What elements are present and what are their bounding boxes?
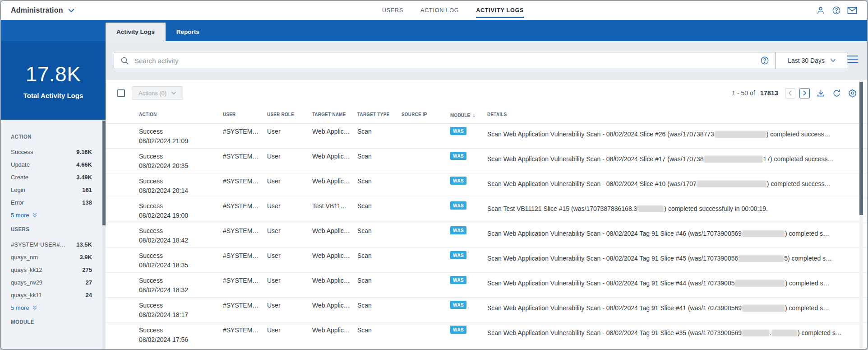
details-text: Scan Web Application Vulnerability Scan … xyxy=(487,180,697,187)
column-header-user-role[interactable]: USER ROLE xyxy=(267,112,294,117)
refresh-icon[interactable] xyxy=(832,89,841,98)
settings-gear-icon[interactable] xyxy=(848,89,857,98)
details-text: Scan Web Application Vulnerability Scan … xyxy=(487,280,734,287)
cell-target-type: Scan xyxy=(357,202,372,210)
cell-user: #SYSTEM… xyxy=(223,177,259,185)
top-nav-item-users[interactable]: USERS xyxy=(382,1,403,20)
details-text: 5) completed s… xyxy=(784,255,832,262)
column-header-label: USER ROLE xyxy=(267,112,294,117)
cell-user: #SYSTEM… xyxy=(223,327,259,334)
app-module-picker[interactable]: Administration xyxy=(11,6,75,14)
column-header-source-ip[interactable]: SOURCE IP xyxy=(402,112,427,117)
top-nav-item-activity-logs[interactable]: ACTIVITY LOGS xyxy=(476,1,524,20)
action-status: Success xyxy=(139,327,163,334)
tab-activity-logs[interactable]: Activity Logs xyxy=(106,23,166,41)
facet-item[interactable]: quays_kk1124 xyxy=(11,289,92,301)
action-status: Success xyxy=(139,153,163,160)
table-row[interactable]: Success08/02/2024 20:35#SYSTEM…UserWeb A… xyxy=(106,148,867,173)
facet-item[interactable]: Error138 xyxy=(11,196,92,209)
action-timestamp: 08/02/2024 18:17 xyxy=(139,311,188,318)
actions-button[interactable]: Actions (0) xyxy=(132,86,183,100)
cell-target-name: Web Applic… xyxy=(312,128,354,135)
table-row[interactable]: Success08/02/2024 18:35#SYSTEM…UserWeb A… xyxy=(106,247,867,272)
cell-module: WAS xyxy=(450,301,466,309)
facet-item-count: 3.9K xyxy=(80,254,92,261)
column-header-module[interactable]: MODULE↓ xyxy=(450,112,475,118)
cell-details: Scan Web Application Vulnerability Scan … xyxy=(487,304,855,312)
cell-module: WAS xyxy=(450,251,466,259)
cell-action: Success08/02/2024 20:14 xyxy=(139,177,188,194)
user-icon[interactable] xyxy=(816,5,826,15)
tab-reports[interactable]: Reports xyxy=(166,23,210,41)
facet-section-module: MODULE xyxy=(11,318,92,325)
facet-section-title: ACTION xyxy=(11,133,82,140)
table-row[interactable]: Success08/02/2024 18:17#SYSTEM…UserWeb A… xyxy=(106,297,867,322)
table-row[interactable]: Success08/02/2024 20:14#SYSTEM…UserWeb A… xyxy=(106,173,867,198)
column-header-target-type[interactable]: TARGET TYPE xyxy=(357,112,389,117)
table-scrollbar[interactable] xyxy=(859,80,863,348)
facet-item-count: 161 xyxy=(82,187,92,193)
facet-item[interactable]: Success9.16K xyxy=(11,145,92,158)
cell-module: WAS xyxy=(450,152,466,160)
action-timestamp: 08/02/2024 20:35 xyxy=(139,162,188,169)
column-header-target-name[interactable]: TARGET NAME xyxy=(312,112,346,117)
facet-more-link[interactable]: 5 more xyxy=(11,304,92,311)
search-input[interactable] xyxy=(134,57,760,65)
cell-module: WAS xyxy=(450,201,466,210)
table-scrollbar-thumb[interactable] xyxy=(859,82,863,215)
facet-item[interactable]: Login161 xyxy=(11,183,92,196)
details-text: . xyxy=(770,329,771,336)
facet-more-link[interactable]: 5 more xyxy=(11,212,92,219)
sidebar-scrollbar-thumb[interactable] xyxy=(102,121,106,225)
column-header-details[interactable]: DETAILS xyxy=(487,112,507,117)
pagination-range: 1 - 50 of xyxy=(732,89,755,97)
action-status: Success xyxy=(139,202,163,210)
column-header-action[interactable]: ACTION xyxy=(139,112,157,117)
table-row[interactable]: Success08/02/2024 19:00#SYSTEM…UserTest … xyxy=(106,198,867,223)
facet-item-label: Error xyxy=(11,199,24,206)
facet-item[interactable]: #SYSTEM-USER#…13.5K xyxy=(11,238,92,251)
top-nav-item-action-log[interactable]: ACTION LOG xyxy=(420,1,459,20)
help-icon[interactable] xyxy=(831,5,841,15)
cell-user-role: User xyxy=(267,128,281,135)
download-icon[interactable] xyxy=(816,89,826,98)
total-stat-panel: 17.8K Total Activity Logs xyxy=(1,41,106,120)
select-all-checkbox[interactable] xyxy=(117,89,125,97)
cell-target-type: Scan xyxy=(357,277,372,284)
facet-item[interactable]: quays_rw2927 xyxy=(11,276,92,289)
cell-module: WAS xyxy=(450,127,466,135)
search-help-icon[interactable] xyxy=(760,56,769,65)
details-text: Scan Test VB11121 Slice #15 (was/1707387… xyxy=(487,205,637,212)
table-row[interactable]: Success08/02/2024 21:09#SYSTEM…UserWeb A… xyxy=(106,123,867,148)
cell-details: Scan Web Application Vulnerability Scan … xyxy=(487,131,855,138)
sidebar-scrollbar[interactable] xyxy=(102,120,106,349)
facet-item[interactable]: Create3.49K xyxy=(11,171,92,183)
column-header-label: ACTION xyxy=(139,112,157,117)
facet-item[interactable]: Update4.66K xyxy=(11,158,92,171)
menu-icon[interactable] xyxy=(847,56,858,63)
cell-user: #SYSTEM… xyxy=(223,252,259,259)
details-text: Scan Web Application Vulnerability Scan … xyxy=(487,329,742,336)
action-status: Success xyxy=(139,277,163,284)
mail-icon[interactable] xyxy=(847,5,857,15)
cell-target-name: Web Applic… xyxy=(312,327,354,334)
prev-page-button[interactable] xyxy=(785,88,795,98)
facet-item[interactable]: quays_kk12275 xyxy=(11,263,92,276)
next-page-button[interactable] xyxy=(799,88,810,98)
pagination-total: 17813 xyxy=(760,89,778,97)
facet-item-count: 275 xyxy=(82,266,92,273)
cell-user-role: User xyxy=(267,227,281,234)
table-row[interactable]: Success08/02/2024 17:56#SYSTEM…UserWeb A… xyxy=(106,322,867,347)
cell-target-type: Scan xyxy=(357,252,372,259)
action-timestamp: 08/02/2024 17:56 xyxy=(139,336,188,343)
cell-action: Success08/02/2024 20:35 xyxy=(139,153,188,169)
column-header-label: SOURCE IP xyxy=(402,112,427,117)
details-text: ) completed s… xyxy=(785,304,829,312)
facet-item[interactable]: quays_nm3.9K xyxy=(11,251,92,263)
facet-item-label: Success xyxy=(11,149,33,155)
column-header-user[interactable]: USER xyxy=(223,112,236,117)
column-header-label: TARGET NAME xyxy=(312,112,346,117)
table-row[interactable]: Success08/02/2024 18:42#SYSTEM…UserWeb A… xyxy=(106,223,867,247)
table-row[interactable]: Success08/02/2024 18:32#SYSTEM…UserWeb A… xyxy=(106,272,867,297)
date-range-dropdown[interactable]: Last 30 Days xyxy=(776,52,848,69)
